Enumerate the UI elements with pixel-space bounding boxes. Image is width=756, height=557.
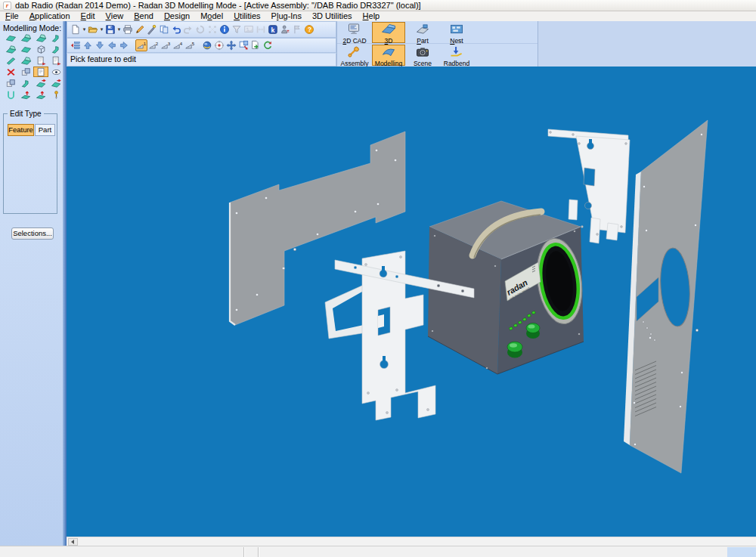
- toolbar-button-reorder[interactable]: [70, 39, 82, 51]
- toolbar-button-pan[interactable]: [225, 39, 237, 51]
- horizontal-scrollbar[interactable]: [67, 537, 756, 546]
- toolbar-button-open-file[interactable]: [87, 23, 99, 36]
- toolbar-button-view-5[interactable]: 5: [184, 39, 196, 51]
- toolbar-button-rotate-view[interactable]: [262, 39, 274, 51]
- menu-bend[interactable]: Bend: [129, 11, 159, 21]
- toolbar-button-copy-sheets[interactable]: [158, 23, 170, 36]
- tool-button-combine[interactable]: [18, 67, 33, 77]
- menu-model[interactable]: Model: [195, 11, 228, 21]
- toolbar-button-spacing[interactable]: [255, 23, 267, 36]
- menu-file[interactable]: File: [0, 11, 24, 21]
- toolbar-button-move-points[interactable]: [206, 23, 218, 36]
- tool-button-wire-box[interactable]: [33, 44, 48, 54]
- svg-text:3: 3: [168, 41, 171, 46]
- menu-design[interactable]: Design: [159, 11, 195, 21]
- menu-view[interactable]: View: [101, 11, 129, 21]
- menu-bar: FileApplicationEditViewBendDesignModelUt…: [0, 11, 756, 21]
- toolbar-button-redo[interactable]: [182, 23, 194, 36]
- toolbar-button-shaded-view[interactable]: [201, 39, 213, 51]
- tool-button-fold-sheet[interactable]: [18, 32, 33, 43]
- menu-help[interactable]: Help: [358, 11, 386, 21]
- toolbar-button-right[interactable]: [118, 39, 130, 51]
- selections-button[interactable]: Selections...: [11, 227, 54, 240]
- save-dropdown-caret[interactable]: ▾: [116, 26, 122, 32]
- menu-application[interactable]: Application: [24, 11, 76, 21]
- svg-text:2: 2: [156, 41, 159, 46]
- tool-button-edit-feature[interactable]: [33, 67, 48, 77]
- edit-type-legend: Edit Type: [8, 110, 44, 118]
- menu-3d-utilities[interactable]: 3D Utilities: [307, 11, 358, 21]
- tool-button-part-out[interactable]: [48, 78, 64, 88]
- toolbar-button-undo[interactable]: [170, 23, 182, 36]
- toolbar-button-k-link[interactable]: k: [267, 23, 279, 36]
- mode-button-3d[interactable]: 3D: [372, 22, 405, 43]
- tool-button-corner-flange[interactable]: [48, 44, 64, 54]
- tool-button-roll-sheet[interactable]: [33, 32, 48, 43]
- toolbar-button-probe[interactable]: [146, 23, 158, 36]
- toolbar-button-filter[interactable]: [231, 23, 243, 36]
- toolbar-button-print[interactable]: [122, 23, 134, 36]
- mode-button-assembly[interactable]: Assembly: [338, 45, 371, 66]
- tool-button-joggle[interactable]: [48, 32, 64, 43]
- tool-button-import-feature[interactable]: [33, 55, 48, 66]
- prompt-bar: Pick feature to edit: [67, 54, 336, 67]
- mode-button-2d-cad[interactable]: 2D CAD: [338, 22, 371, 43]
- part-toggle-button[interactable]: Part: [35, 124, 55, 136]
- mode-button-modelling[interactable]: Modelling: [372, 45, 405, 66]
- feature-toggle-button[interactable]: Feature: [8, 124, 34, 136]
- toolbar-button-view-capture[interactable]: [243, 23, 255, 36]
- toolbar-button-down[interactable]: [94, 39, 106, 51]
- mode-button-radbend[interactable]: Radbend: [440, 45, 473, 66]
- tool-button-quarter-round[interactable]: [18, 78, 33, 88]
- tool-button-raise-feature[interactable]: [18, 89, 33, 100]
- scene-icon: [414, 45, 431, 60]
- toolbar-button-left[interactable]: [106, 39, 118, 51]
- toolbar-button-center-view[interactable]: [213, 39, 225, 51]
- toolbar-button-new-file[interactable]: [70, 23, 82, 36]
- tool-button-pin-feature[interactable]: [48, 89, 64, 100]
- scroll-left-arrow[interactable]: [68, 538, 78, 546]
- 3d-viewport[interactable]: radan DAB RADIO DR3327: [67, 67, 756, 537]
- new-file-dropdown-caret[interactable]: ▾: [82, 26, 87, 32]
- tool-button-lower-feature[interactable]: [33, 89, 48, 100]
- toolbar-button-sketch[interactable]: [134, 23, 146, 36]
- menu-edit[interactable]: Edit: [76, 11, 101, 21]
- open-file-dropdown-caret[interactable]: ▾: [99, 26, 104, 32]
- toolbar-button-save[interactable]: [104, 23, 116, 36]
- mode-button-part[interactable]: Part: [406, 22, 439, 43]
- toolbar-button-view-1[interactable]: 1: [135, 39, 147, 51]
- tool-button-delete-feature[interactable]: [3, 67, 18, 77]
- menu-plug-ins[interactable]: Plug-Ins: [266, 11, 307, 21]
- tool-button-clip[interactable]: [3, 89, 18, 100]
- toolbar-button-view-4[interactable]: 4: [172, 39, 184, 51]
- toolbar-button-info[interactable]: [218, 23, 231, 36]
- tool-button-export-feature[interactable]: [48, 55, 64, 66]
- svg-text:5: 5: [192, 41, 195, 46]
- tool-button-flat-sheet[interactable]: [3, 32, 18, 43]
- tool-button-rod[interactable]: [3, 55, 18, 66]
- toolbar-button-inspect[interactable]: [279, 23, 291, 36]
- mode-panel-row-2: AssemblyModellingSceneRadbend: [337, 44, 538, 67]
- mode-button-scene[interactable]: Scene: [406, 45, 439, 66]
- toolbar-button-up[interactable]: [82, 39, 94, 51]
- toolbar-button-export-view[interactable]: [249, 39, 262, 51]
- tool-button-inspect-feature[interactable]: [48, 67, 64, 77]
- toolbar-button-flag[interactable]: [291, 23, 303, 36]
- tool-button-cylinder[interactable]: [18, 55, 33, 66]
- toolbar-button-help[interactable]: ?: [303, 23, 315, 36]
- tool-button-face[interactable]: [18, 44, 33, 54]
- toolbar-button-view-2[interactable]: 2: [147, 39, 160, 51]
- tool-button-unfold[interactable]: [3, 44, 18, 54]
- tool-button-part-in[interactable]: [33, 78, 48, 88]
- toolbar-button-view-3[interactable]: 3: [160, 39, 172, 51]
- toolbar-button-zoom-window[interactable]: [237, 39, 249, 51]
- part-front-panel[interactable]: [624, 120, 708, 473]
- volume-knob[interactable]: [507, 342, 522, 358]
- tool-button-duplicate[interactable]: [3, 78, 18, 88]
- resize-grip[interactable]: [727, 547, 756, 557]
- mode-button-nest[interactable]: Nest: [440, 22, 473, 43]
- tuner-knob[interactable]: [526, 323, 540, 339]
- toolbar-button-repeat[interactable]: [194, 23, 206, 36]
- menu-utilities[interactable]: Utilities: [228, 11, 265, 21]
- part-icon: [414, 23, 431, 38]
